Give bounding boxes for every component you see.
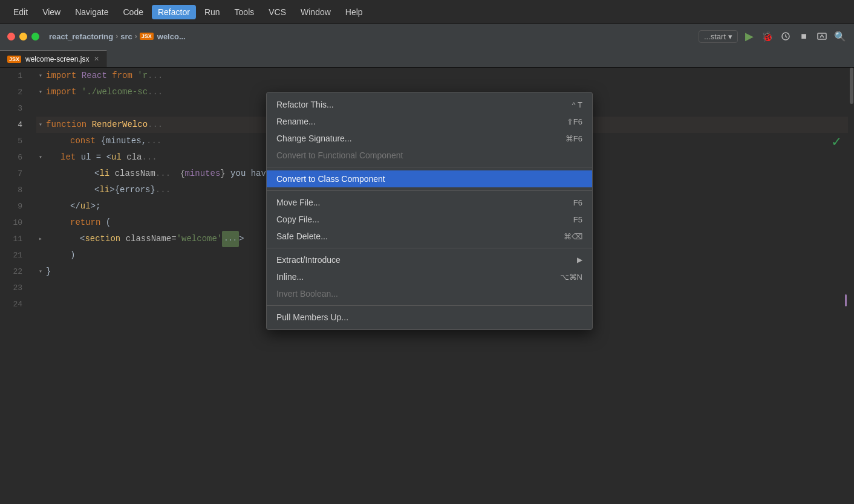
separator-3 — [267, 248, 592, 248]
tab-close-button[interactable]: ✕ — [94, 55, 99, 63]
separator-4 — [267, 305, 592, 306]
item-label-invert-boolean: Invert Boolean... — [276, 289, 338, 299]
item-label-extract: Extract/Introduce — [276, 255, 341, 265]
tab-welcome-screen[interactable]: JSX welcome-screen.jsx ✕ — [0, 50, 107, 67]
item-shortcut-change-signature: ⌘F6 — [566, 134, 582, 143]
menu-item-move-file[interactable]: Move File... F6 — [267, 194, 592, 211]
close-button[interactable] — [7, 33, 15, 40]
menu-item-convert-functional: Convert to Functional Component — [267, 147, 592, 164]
main-content: react_refactoring › src › JSX welco... .… — [0, 24, 854, 504]
menu-section-1: Refactor This... ^ T Rename... ⇧F6 Chang… — [267, 95, 592, 165]
menu-run[interactable]: Run — [198, 5, 226, 19]
breadcrumb-file[interactable]: welco... — [157, 32, 186, 41]
breadcrumb-project[interactable]: react_refactoring — [49, 32, 113, 41]
title-bar: react_refactoring › src › JSX welco... .… — [0, 24, 854, 48]
menu-item-convert-class[interactable]: Convert to Class Component — [267, 170, 592, 187]
search-button[interactable]: 🔍 — [833, 30, 847, 43]
maximize-button[interactable] — [31, 33, 39, 40]
menu-navigate[interactable]: Navigate — [69, 5, 114, 19]
item-shortcut-safe-delete: ⌘⌫ — [564, 232, 582, 241]
profile-button[interactable] — [815, 30, 829, 43]
item-shortcut-move-file: F6 — [573, 198, 582, 207]
coverage-button[interactable] — [779, 30, 792, 43]
breadcrumb: react_refactoring › src › JSX welco... — [49, 32, 695, 41]
item-label-convert-class: Convert to Class Component — [276, 174, 385, 184]
separator-2 — [267, 190, 592, 191]
item-shortcut-inline: ⌥⌘N — [560, 273, 582, 282]
editor-wrapper: 1 2 3 4 5 6 7 8 9 10 11 21 22 23 24 ▾ — [0, 68, 854, 504]
menu-edit[interactable]: Edit — [7, 5, 34, 19]
run-config[interactable]: ...start ▾ — [699, 30, 738, 43]
breadcrumb-folder[interactable]: src — [120, 32, 132, 41]
item-label-change-signature: Change Signature... — [276, 134, 352, 143]
menu-section-4: Extract/Introduce ▶ Inline... ⌥⌘N Invert… — [267, 250, 592, 303]
menu-item-change-signature[interactable]: Change Signature... ⌘F6 — [267, 130, 592, 147]
toolbar-right: ...start ▾ ▶ 🐞 ■ 🔍 — [699, 30, 847, 43]
menu-code[interactable]: Code — [117, 5, 149, 19]
menu-window[interactable]: Window — [295, 5, 337, 19]
menu-item-inline[interactable]: Inline... ⌥⌘N — [267, 268, 592, 285]
menu-item-safe-delete[interactable]: Safe Delete... ⌘⌫ — [267, 228, 592, 245]
item-label-copy-file: Copy File... — [276, 215, 319, 224]
menu-tools[interactable]: Tools — [229, 5, 261, 19]
item-label-safe-delete: Safe Delete... — [276, 231, 328, 241]
item-label-move-file: Move File... — [276, 198, 320, 207]
item-shortcut-rename: ⇧F6 — [567, 117, 582, 126]
menu-vcs[interactable]: VCS — [262, 5, 292, 19]
debug-button[interactable]: 🐞 — [761, 30, 774, 43]
refactor-menu: Refactor This... ^ T Rename... ⇧F6 Chang… — [266, 92, 593, 330]
tab-jsx-badge: JSX — [7, 56, 21, 63]
item-label-inline: Inline... — [276, 272, 304, 282]
menu-section-3: Move File... F6 Copy File... F5 Safe Del… — [267, 193, 592, 246]
stop-button[interactable]: ■ — [797, 30, 810, 43]
menu-item-invert-boolean: Invert Boolean... — [267, 285, 592, 302]
traffic-lights — [7, 33, 39, 40]
item-shortcut-refactor-this: ^ T — [572, 100, 582, 109]
menu-section-2: Convert to Class Component — [267, 169, 592, 189]
menu-item-pull-members[interactable]: Pull Members Up... — [267, 309, 592, 326]
dropdown-overlay: Refactor This... ^ T Rename... ⇧F6 Chang… — [0, 68, 854, 504]
menu-view[interactable]: View — [36, 5, 67, 19]
play-button[interactable]: ▶ — [743, 30, 756, 43]
item-label-rename: Rename... — [276, 117, 316, 126]
minimize-button[interactable] — [19, 33, 27, 40]
jsx-badge: JSX — [140, 33, 154, 40]
item-arrow-extract: ▶ — [577, 256, 582, 264]
tab-label: welcome-screen.jsx — [25, 55, 89, 63]
menu-bar: Edit View Navigate Code Refactor Run Too… — [0, 0, 854, 24]
item-shortcut-copy-file: F5 — [573, 215, 582, 224]
menu-section-5: Pull Members Up... — [267, 308, 592, 327]
menu-item-refactor-this[interactable]: Refactor This... ^ T — [267, 96, 592, 113]
tab-bar: JSX welcome-screen.jsx ✕ — [0, 48, 854, 68]
menu-item-extract[interactable]: Extract/Introduce ▶ — [267, 251, 592, 268]
separator-1 — [267, 167, 592, 167]
item-label-convert-functional: Convert to Functional Component — [276, 150, 403, 160]
svg-rect-1 — [818, 33, 826, 39]
item-label-refactor-this: Refactor This... — [276, 100, 334, 109]
run-config-arrow: ▾ — [728, 32, 732, 41]
run-config-label: ...start — [704, 32, 726, 41]
menu-item-rename[interactable]: Rename... ⇧F6 — [267, 113, 592, 130]
menu-refactor[interactable]: Refactor — [152, 5, 196, 19]
menu-help[interactable]: Help — [339, 5, 369, 19]
item-label-pull-members: Pull Members Up... — [276, 312, 348, 322]
menu-item-copy-file[interactable]: Copy File... F5 — [267, 211, 592, 228]
